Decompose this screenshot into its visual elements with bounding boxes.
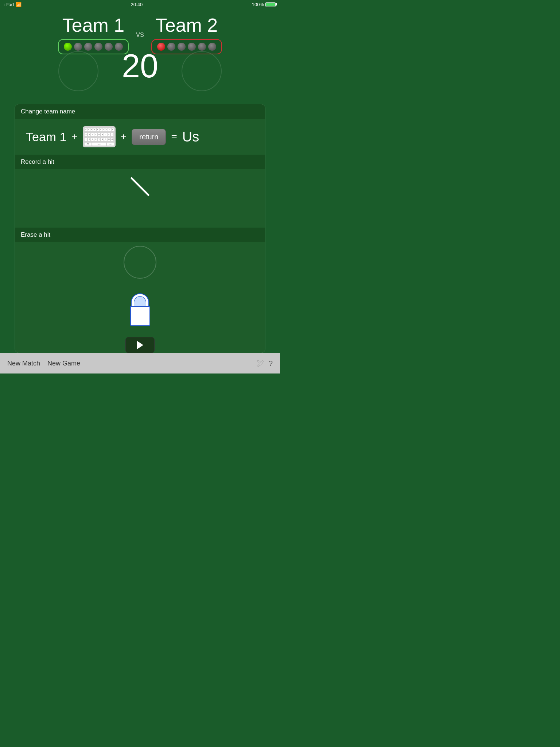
score-display: 20 bbox=[122, 47, 158, 85]
team-label: Team 1 bbox=[26, 130, 67, 144]
team-name-section: Team 1 + QWE RTY UIO P ASD FGH JKL ⇧ ZXC… bbox=[15, 119, 265, 155]
play-button[interactable] bbox=[125, 337, 155, 353]
team2-block: Team 2 bbox=[151, 14, 222, 54]
record-section[interactable] bbox=[15, 169, 265, 228]
bird-icon: 🕊 bbox=[256, 359, 264, 368]
device-label: iPad bbox=[4, 2, 14, 7]
time-display: 20:40 bbox=[131, 2, 143, 7]
play-triangle-icon bbox=[137, 341, 143, 349]
team2-dot-5 bbox=[198, 43, 206, 51]
record-hit-header: Record a hit bbox=[15, 155, 265, 169]
bottom-left-links: New Match New Game bbox=[7, 360, 80, 367]
erase-ghost-circle bbox=[124, 246, 156, 279]
equals-sign: = bbox=[171, 131, 177, 143]
ghost-circle-right bbox=[182, 51, 222, 91]
result-text: Us bbox=[182, 129, 199, 145]
team2-dot-2 bbox=[167, 43, 175, 51]
team1-dot-4 bbox=[94, 43, 102, 51]
help-button[interactable]: ? bbox=[269, 359, 273, 368]
battery-icon bbox=[265, 2, 276, 7]
main-panel: Change team name Team 1 + QWE RTY UIO P … bbox=[15, 104, 265, 353]
new-game-link[interactable]: New Game bbox=[47, 360, 80, 367]
wifi-icon: 📶 bbox=[16, 2, 22, 7]
new-match-link[interactable]: New Match bbox=[7, 360, 40, 367]
plus-sign-2: + bbox=[121, 131, 127, 143]
keyboard-icon[interactable]: QWE RTY UIO P ASD FGH JKL ⇧ ZXC VBN M⌫ .… bbox=[83, 126, 116, 147]
team2-dot-1 bbox=[157, 43, 165, 51]
erase-hit-header: Erase a hit bbox=[15, 228, 265, 242]
status-left: iPad 📶 bbox=[4, 2, 22, 7]
bullet-shape bbox=[130, 293, 150, 326]
tally-slash bbox=[130, 177, 149, 196]
bottom-bar: New Match New Game 🕊 ? bbox=[0, 353, 280, 374]
team2-dots bbox=[151, 39, 222, 54]
team1-block: Team 1 bbox=[58, 14, 129, 54]
change-team-name-header: Change team name bbox=[15, 104, 265, 119]
return-button[interactable]: return bbox=[132, 129, 166, 145]
team1-dot-3 bbox=[84, 43, 92, 51]
status-right: 100% bbox=[252, 2, 276, 7]
team2-name: Team 2 bbox=[156, 14, 218, 36]
bullet-body bbox=[130, 306, 150, 326]
team2-dot-4 bbox=[188, 43, 196, 51]
team1-dot-1 bbox=[64, 43, 72, 51]
team1-dot-5 bbox=[105, 43, 113, 51]
status-bar: iPad 📶 20:40 100% bbox=[0, 0, 280, 9]
team1-name: Team 1 bbox=[62, 14, 125, 36]
battery-percent: 100% bbox=[252, 2, 264, 7]
team2-dot-6 bbox=[208, 43, 216, 51]
erase-section[interactable] bbox=[15, 242, 265, 353]
team1-dot-2 bbox=[74, 43, 82, 51]
team1-dots bbox=[58, 39, 129, 54]
vs-text: vs bbox=[136, 30, 144, 39]
ghost-circle-left bbox=[58, 51, 98, 91]
plus-sign-1: + bbox=[72, 131, 78, 143]
team2-dot-3 bbox=[178, 43, 186, 51]
